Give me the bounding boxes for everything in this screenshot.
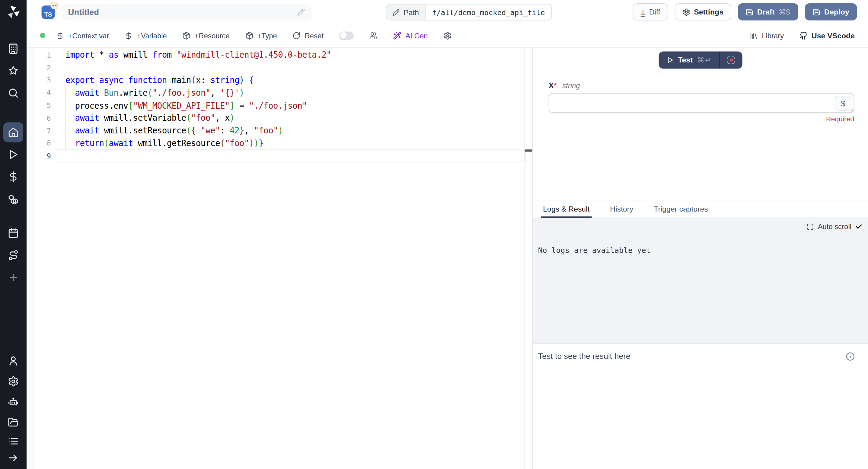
add-resource-button[interactable]: +Resource <box>182 31 229 40</box>
sidebar-item-list[interactable] <box>3 433 23 450</box>
package-icon <box>182 31 191 40</box>
settings-button[interactable]: Settings <box>675 3 731 21</box>
diff-icon: ± <box>641 8 645 16</box>
code-line-8[interactable]: 8 return(await wmill.getResource("foo"))… <box>27 137 532 150</box>
pencil-icon <box>392 8 400 16</box>
add-variable-button[interactable]: +Variable <box>125 31 167 40</box>
gear-icon <box>8 376 19 387</box>
add-variable-button-label: +Variable <box>137 31 167 40</box>
code-line-4[interactable]: 4 await Bun.write("./foo.json", '{}') <box>27 87 532 99</box>
bot-icon <box>8 396 19 407</box>
test-button-group: Test ⌘↵ <box>533 52 868 69</box>
deploy-button[interactable]: Deploy <box>805 3 857 21</box>
line-number: 6 <box>27 114 53 123</box>
library-button[interactable]: Library <box>750 31 784 40</box>
autoscroll-check-icon[interactable] <box>855 223 863 230</box>
test-button[interactable]: Test ⌘↵ <box>658 52 719 69</box>
list-icon <box>8 436 19 447</box>
line-number: 4 <box>27 89 53 97</box>
topbar: TS Untitled Path f/all/demo_mocked_api_f… <box>27 0 868 24</box>
code-line-2[interactable]: 2 <box>27 61 532 74</box>
arg-required-mark: * <box>554 81 557 90</box>
sidebar-item-bot[interactable] <box>3 392 23 412</box>
sidebar-item-star[interactable] <box>3 60 23 82</box>
draft-label: Draft <box>757 8 775 16</box>
sidebar-item-plus[interactable] <box>3 266 23 288</box>
editor-toolbar: +Context var+Variable+Resource+TypeReset… <box>27 24 868 48</box>
add-context-var-button[interactable]: +Context var <box>56 31 109 40</box>
code-line-1[interactable]: 1import * as wmill from "windmill-client… <box>27 49 532 61</box>
sidebar-item-play[interactable] <box>3 143 23 165</box>
add-type-button-label: +Type <box>257 31 277 40</box>
toolbar-right: Library Use VScode <box>750 31 855 40</box>
windmill-logo[interactable] <box>0 0 27 25</box>
windmill-logo-icon <box>6 5 21 20</box>
gear-icon <box>443 31 452 40</box>
package-icon <box>245 31 253 40</box>
line-number: 5 <box>27 101 53 110</box>
use-vscode-button[interactable]: Use VScode <box>799 31 855 40</box>
deploy-label: Deploy <box>824 8 849 16</box>
info-icon[interactable] <box>846 352 855 361</box>
tab-trigger-captures[interactable]: Trigger captures <box>654 200 708 218</box>
github-icon <box>799 31 808 40</box>
sidebar-item-user[interactable] <box>3 350 23 371</box>
search-icon <box>8 88 19 99</box>
arg-type: string <box>562 82 580 90</box>
arg-label-row: X * string <box>549 81 854 90</box>
sidebar-item-gear[interactable] <box>3 371 23 392</box>
sidebar-item-folder[interactable] <box>3 412 23 433</box>
capture-test-button[interactable] <box>719 52 742 69</box>
sidebar-item-calendar[interactable] <box>3 222 23 244</box>
tab-history[interactable]: History <box>610 200 633 218</box>
sidebar-nav <box>0 25 27 469</box>
code-text: return(await wmill.getResource("foo"))} <box>53 138 264 148</box>
sidebar-item-route[interactable] <box>3 244 23 266</box>
expand-icon[interactable] <box>807 223 814 230</box>
add-type-button[interactable]: +Type <box>245 31 277 40</box>
required-message: Required <box>549 115 854 123</box>
sidebar-item-search[interactable] <box>3 82 23 104</box>
path-value[interactable]: f/all/demo_mocked_api_file <box>426 4 551 20</box>
test-label: Test <box>678 56 693 64</box>
edit-title-pencil-icon[interactable] <box>297 8 305 16</box>
sidebar-item-building[interactable] <box>3 38 23 60</box>
dollar-label: $ <box>841 99 845 107</box>
toggle-off[interactable] <box>339 31 354 40</box>
line-number: 8 <box>27 139 53 148</box>
sidebar-item-dollar[interactable] <box>3 165 23 187</box>
code-line-6[interactable]: 6 await wmill.setVariable("foo", x) <box>27 112 532 124</box>
current-line-highlight <box>54 150 526 162</box>
toggle-knob <box>340 32 346 39</box>
run-panel: Test ⌘↵ X * string <box>533 48 868 469</box>
arg-x-input[interactable]: $ <box>549 93 854 113</box>
diff-mode-toggle[interactable] <box>339 31 354 40</box>
diff-button[interactable]: ± Diff <box>633 3 668 21</box>
code-line-5[interactable]: 5 process.env["WM_MOCKED_API_FILE"] = ".… <box>27 99 532 112</box>
reset-button[interactable]: Reset <box>292 31 323 40</box>
line-number: 7 <box>27 126 53 135</box>
users-icon <box>369 31 378 40</box>
code-line-3[interactable]: 3export async function main(x: string) { <box>27 74 532 87</box>
code-text: await wmill.setResource({ "we": 42}, "fo… <box>53 126 283 136</box>
library-label: Library <box>762 31 784 40</box>
typescript-badge-label: TS <box>44 11 52 18</box>
editor-settings-button[interactable] <box>443 31 452 40</box>
tab-logs-result[interactable]: Logs & Result <box>543 200 589 218</box>
code-editor[interactable]: 1import * as wmill from "windmill-client… <box>27 48 532 469</box>
line-number: 3 <box>27 76 53 85</box>
multiplayer-button[interactable] <box>369 31 378 40</box>
sidebar-item-arrow-right[interactable] <box>3 450 23 466</box>
sidebar-item-boxes[interactable] <box>3 188 23 210</box>
code-line-7[interactable]: 7 await wmill.setResource({ "we": 42}, "… <box>27 124 532 137</box>
ai-gen-button[interactable]: AI Gen <box>393 31 428 40</box>
draft-button[interactable]: Draft ⌘S <box>738 3 798 21</box>
add-context-var-button-label: +Context var <box>68 31 109 40</box>
script-title-field[interactable]: Untitled <box>62 4 312 20</box>
sidebar-item-home[interactable] <box>3 122 23 142</box>
building-icon <box>8 43 19 54</box>
windmill-script-editor: TS Untitled Path f/all/demo_mocked_api_f… <box>0 0 868 469</box>
resize-grip-icon[interactable] <box>848 107 853 112</box>
edit-path-button[interactable]: Path <box>386 4 426 20</box>
user-icon <box>8 355 19 366</box>
